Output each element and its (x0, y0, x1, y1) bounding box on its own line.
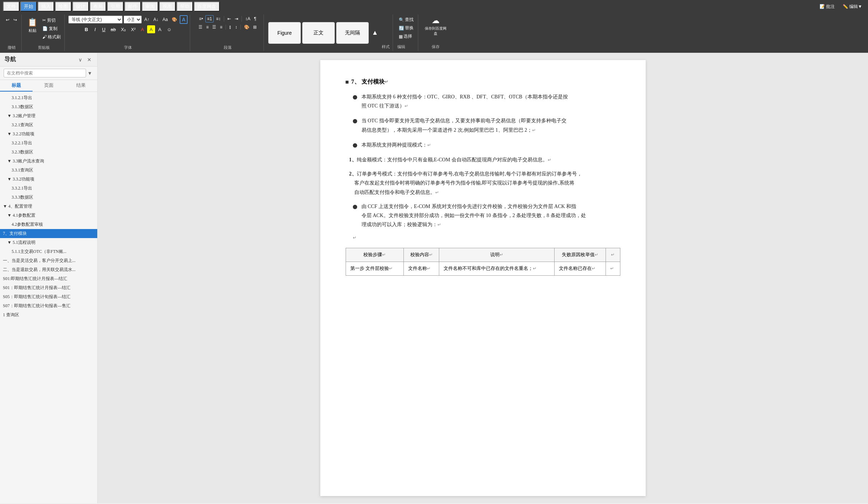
tree-item-32[interactable]: ▼ 3.2账户管理 (0, 111, 97, 120)
menu-review[interactable]: 审阅 (142, 1, 158, 12)
tree-item-s07[interactable]: S07：即期结售汇统计旬报表—售汇 (0, 301, 97, 310)
copy-button[interactable]: 📄 复制 (41, 25, 62, 33)
shading-button[interactable]: 🎨 (243, 24, 251, 30)
tree-item-flexible[interactable]: 一、当是灵活交易，客户分开交易上... (0, 256, 97, 265)
font-color-clear-button[interactable]: 🎨 (170, 16, 179, 23)
find-button[interactable]: 🔍 查找 (397, 16, 415, 24)
save-cloud-button[interactable]: ☁ 保存到百度网盘 (423, 16, 449, 36)
tab-results[interactable]: 结果 (65, 80, 97, 92)
style-body-button[interactable]: 正文 (302, 22, 335, 44)
style-nospace-button[interactable]: 无间隔 (336, 22, 369, 44)
font-style-a-button[interactable]: A (180, 15, 188, 24)
font-size-select[interactable]: 小五 (124, 16, 142, 24)
menu-help[interactable]: 帮助 (176, 1, 193, 12)
tree-item-51[interactable]: ▼ 5.1流程说明 (0, 238, 97, 247)
tree-item-4[interactable]: ▼ 4、配置管理 (0, 202, 97, 211)
styles-label: 样式 (382, 43, 390, 50)
borders-button[interactable]: ⊞ (252, 24, 258, 30)
sidebar-collapse-button[interactable]: ∨ (77, 56, 84, 63)
menu-layout[interactable]: 布局 (90, 1, 106, 12)
font-shadow-button[interactable]: A (156, 25, 164, 33)
menu-draw[interactable]: 绘图 (55, 1, 72, 12)
tree-item-511[interactable]: 5.1.1主交易OTC（非FTN账... (0, 247, 97, 256)
bullet-text-ccf: 由 CCF 上送支付指令，E-COM 系统对支付指令先进行文件校验，文件校验分为… (362, 202, 586, 229)
table-cell-desc-1: 文件名称不可和库中已存在的文件名重名；↵ (439, 262, 554, 276)
align-left-button[interactable]: ☰ (197, 24, 204, 30)
tree-item-s05[interactable]: S05：即期结售汇统计旬报表—结汇 (0, 292, 97, 301)
paste-button[interactable]: 📋 粘贴 (25, 15, 39, 35)
bullet-dot (353, 143, 357, 148)
tree-item-7[interactable]: 7、支付模块 (0, 229, 97, 238)
annotate-button[interactable]: 📝 批注 (817, 3, 838, 11)
menu-baidu[interactable]: 百度网盘 (194, 1, 220, 12)
tree-item-321[interactable]: 3.2.1查询区 (0, 120, 97, 130)
columns-button[interactable]: ⫿ (228, 24, 233, 30)
tree-item-41[interactable]: ▼ 4.1参数配置 (0, 211, 97, 220)
line-spacing-button[interactable]: ↕ (234, 24, 239, 30)
show-marks-button[interactable]: ¶ (252, 16, 257, 22)
menu-home[interactable]: 开始 (20, 1, 37, 12)
font-name-select[interactable]: 等线 (中文正文) (68, 16, 123, 24)
italic-button[interactable]: I (91, 25, 99, 33)
superscript-button[interactable]: X² (129, 25, 138, 33)
menu-view[interactable]: 视图 (159, 1, 176, 12)
redo-button[interactable]: ↪ (12, 17, 18, 23)
outdent-button[interactable]: ⇤ (226, 16, 232, 22)
tree-item-322[interactable]: ▼ 3.2.2功能项 (0, 130, 97, 139)
subscript-button[interactable]: X₂ (119, 25, 128, 33)
tree-item-refund[interactable]: 二、当是退款交易，用关联交易流水... (0, 265, 97, 274)
replace-button[interactable]: 🔄 替换 (397, 24, 415, 32)
tree-item-3121[interactable]: 3.1.2.1导出 (0, 93, 97, 102)
strikethrough-button[interactable]: ab (108, 25, 118, 33)
align-right-button[interactable]: ☰ (211, 24, 218, 30)
tree-item-33[interactable]: ▼ 3.3账户流水查询 (0, 157, 97, 166)
bullets-button[interactable]: ≡• (198, 16, 205, 22)
menu-mail[interactable]: 邮件 (124, 1, 141, 12)
tree-item-323[interactable]: 3.2.3数据区 (0, 148, 97, 157)
tree-item-3221[interactable]: 3.2.2.1导出 (0, 139, 97, 148)
sidebar-close-button[interactable]: ✕ (86, 56, 93, 63)
format-painter-button[interactable]: 🖌 格式刷 (41, 33, 62, 41)
tree-item-s01b[interactable]: S01：即期结售汇统计月报表—结汇 (0, 283, 97, 292)
search-button[interactable]: ▼ (86, 69, 94, 77)
doc-area[interactable]: 7、 支付模块 ↵ 本期系统支持 6 种支付指令：OTC、GIRO、RXB 、D… (98, 53, 868, 503)
indent-button[interactable]: ⇥ (233, 16, 240, 22)
font-special-button[interactable]: ☺ (164, 25, 174, 33)
tree-item-332[interactable]: ▼ 3.3.2功能项 (0, 175, 97, 184)
menu-ref[interactable]: 引用 (107, 1, 124, 12)
align-center-button[interactable]: ≡ (205, 24, 210, 30)
edit-button[interactable]: ✏️ 编辑▼ (840, 3, 865, 11)
font-case-button[interactable]: Aa (161, 16, 169, 23)
justify-button[interactable]: ≡ (218, 24, 224, 30)
tab-pages[interactable]: 页面 (33, 80, 65, 92)
tree-item-s01a[interactable]: S01:即期结售汇统计月报表—结汇 (0, 274, 97, 283)
tree-item-313[interactable]: 3.1.3数据区 (0, 102, 97, 111)
bold-button[interactable]: B (82, 25, 90, 33)
search-input[interactable] (4, 69, 86, 77)
tree-item-query[interactable]: 1 查询区 (0, 310, 97, 319)
undo-button[interactable]: ↩ (4, 17, 11, 23)
style-figure-button[interactable]: Figure (268, 22, 301, 44)
bullet-text-1: 当 OTC 指令即要支持无需电子交易信息，又要支持事前电子交易信息（即要支持多种… (362, 116, 566, 134)
highlight-button[interactable]: A (147, 25, 155, 33)
tree-item-42[interactable]: 4.2参数配置审核 (0, 220, 97, 229)
multilevel-button[interactable]: ≡↕ (214, 16, 222, 22)
font-color-button[interactable]: A (138, 25, 146, 33)
edit-group: 🔍 查找 🔄 替换 ▦ 选择 编辑 (394, 14, 418, 51)
table-cell-content-1: 文件名称↵ (404, 262, 439, 276)
menu-design[interactable]: 设计 (72, 1, 89, 12)
tree-item-333[interactable]: 3.3.3数据区 (0, 193, 97, 202)
numbering-button[interactable]: ≡1 (205, 15, 214, 22)
tab-headings[interactable]: 标题 (0, 80, 33, 92)
menu-file[interactable]: 文件 (3, 1, 20, 12)
font-shrink-button[interactable]: A↓ (152, 16, 160, 23)
cut-button[interactable]: ✂ 剪切 (41, 17, 62, 24)
sort-button[interactable]: ↕A (244, 16, 252, 22)
underline-button[interactable]: U (100, 25, 108, 33)
font-grow-button[interactable]: A↑ (143, 16, 151, 23)
tree-item-331[interactable]: 3.3.1查询区 (0, 166, 97, 175)
select-button[interactable]: ▦ 选择 (397, 33, 414, 40)
menu-insert[interactable]: 插入 (38, 1, 54, 12)
styles-scroll-up[interactable]: ▲ (370, 28, 380, 37)
tree-item-3321[interactable]: 3.3.2.1导出 (0, 184, 97, 193)
